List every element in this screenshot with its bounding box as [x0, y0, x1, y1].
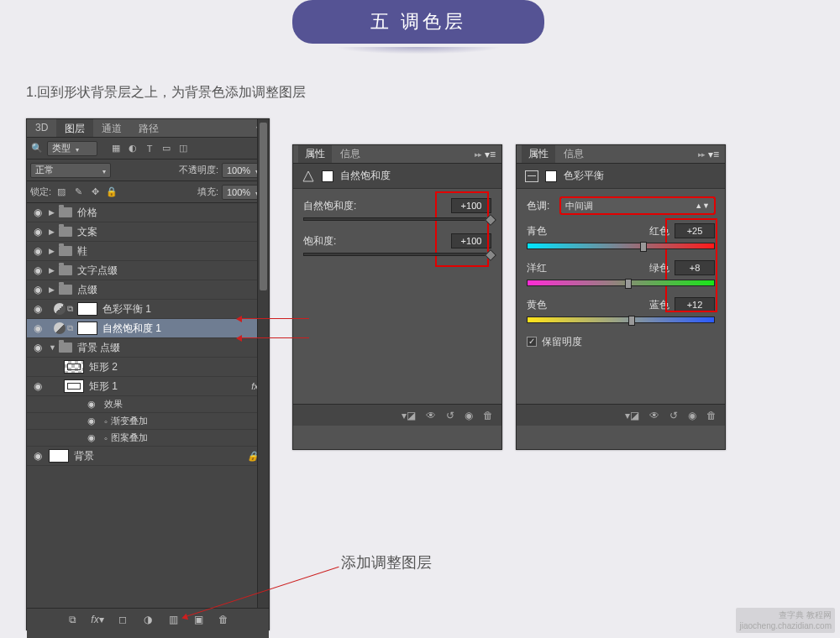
- disclosure-arrow-icon[interactable]: [49, 266, 59, 275]
- visibility-toggle-icon[interactable]: ◉: [27, 226, 49, 238]
- mask-icon[interactable]: [322, 170, 333, 182]
- visibility-toggle-icon[interactable]: ◉: [27, 264, 49, 276]
- disclosure-arrow-icon[interactable]: [49, 247, 59, 255]
- layer-fx-icon[interactable]: fx▾: [90, 614, 105, 625]
- layer-effects-header[interactable]: ◉效果: [27, 396, 269, 413]
- layer-row[interactable]: ◉文字点缀: [27, 261, 269, 280]
- layer-row[interactable]: ◉鞋: [27, 242, 269, 261]
- layer-effect-item[interactable]: ◉◦图案叠加: [27, 430, 269, 447]
- annotation-text: 添加调整图层: [341, 552, 432, 573]
- link-layers-icon[interactable]: ⧉: [65, 614, 80, 625]
- tab-properties[interactable]: 属性: [522, 145, 555, 163]
- filter-smart-icon[interactable]: ◫: [176, 142, 190, 155]
- tone-label: 色调:: [527, 199, 560, 213]
- layer-row[interactable]: ◉背景🔒: [27, 447, 269, 466]
- delete-adjust-icon[interactable]: 🗑: [483, 410, 493, 421]
- layer-row[interactable]: ◉矩形 1fx: [27, 377, 269, 396]
- slider-left-label: 洋红: [527, 261, 547, 275]
- props-title-row: 色彩平衡: [517, 164, 725, 189]
- visibility-toggle-icon[interactable]: ◉: [27, 284, 49, 295]
- filter-kind-dropdown[interactable]: 类型: [47, 141, 97, 156]
- lock-position-icon[interactable]: ✥: [88, 186, 102, 199]
- reset-icon[interactable]: ↺: [446, 410, 454, 421]
- opacity-label: 不透明度:: [179, 164, 218, 176]
- tab-layers[interactable]: 图层: [56, 119, 93, 137]
- lock-all-icon[interactable]: 🔒: [105, 186, 118, 199]
- clip-to-layer-icon[interactable]: ▾◪: [625, 410, 639, 421]
- visibility-toggle-icon[interactable]: ◉: [27, 207, 49, 218]
- view-previous-icon[interactable]: 👁: [426, 410, 436, 421]
- delete-adjust-icon[interactable]: 🗑: [706, 410, 717, 421]
- new-adjustment-icon[interactable]: ◑: [140, 614, 155, 625]
- visibility-toggle-icon[interactable]: ◉: [27, 380, 49, 392]
- properties-panel-colorbalance: 属性 信息 ▸▸ ▾≡ 色彩平衡 色调: 中间调 ▲▼ 青色红色+25洋红绿色+…: [516, 144, 726, 450]
- toggle-visibility-icon[interactable]: ◉: [465, 410, 473, 421]
- panel-menu-icon[interactable]: ▾≡: [485, 149, 496, 160]
- tab-3d[interactable]: 3D: [27, 119, 56, 137]
- layer-row[interactable]: ◉文案: [27, 222, 269, 242]
- mask-icon[interactable]: [545, 170, 557, 182]
- clip-to-layer-icon[interactable]: ▾◪: [402, 410, 416, 421]
- tone-dropdown[interactable]: 中间调 ▲▼: [560, 197, 715, 214]
- filter-type-icon[interactable]: T: [143, 142, 156, 155]
- new-layer-icon[interactable]: ▣: [191, 614, 206, 625]
- color-slider[interactable]: [527, 316, 715, 323]
- disclosure-arrow-icon[interactable]: [49, 285, 59, 294]
- visibility-toggle-icon[interactable]: ◉: [27, 322, 49, 334]
- filter-shape-icon[interactable]: ▭: [160, 142, 173, 155]
- delete-layer-icon[interactable]: 🗑: [216, 614, 231, 625]
- layer-thumbnail[interactable]: [64, 360, 84, 374]
- scrollbar-thumb[interactable]: [260, 123, 267, 290]
- tab-paths[interactable]: 路径: [130, 119, 167, 137]
- color-slider[interactable]: [527, 280, 715, 286]
- layer-effect-item[interactable]: ◉◦渐变叠加: [27, 413, 269, 430]
- saturation-label: 饱和度:: [303, 234, 451, 248]
- panel-menu-icon[interactable]: ▾≡: [708, 149, 720, 160]
- color-slider[interactable]: [527, 243, 715, 249]
- filter-adjust-icon[interactable]: ◐: [126, 142, 139, 155]
- search-icon[interactable]: 🔍: [30, 142, 44, 155]
- props-body: 色调: 中间调 ▲▼ 青色红色+25洋红绿色+8黄色蓝色+12 ✓ 保留明度 ▾…: [517, 189, 725, 426]
- tab-channels[interactable]: 通道: [93, 119, 130, 137]
- layer-thumbnail[interactable]: [49, 449, 69, 463]
- pointer-arrow: [238, 337, 309, 338]
- lock-pixels-icon[interactable]: ✎: [71, 186, 85, 199]
- tone-value: 中间调: [565, 200, 593, 212]
- mask-thumbnail[interactable]: [77, 322, 97, 335]
- props-footer: ▾◪ 👁 ↺ ◉ 🗑: [293, 404, 501, 426]
- toggle-visibility-icon[interactable]: ◉: [688, 410, 696, 421]
- layer-thumbnail[interactable]: [64, 379, 84, 393]
- layer-row[interactable]: ◉点缀: [27, 280, 269, 300]
- preserve-luminosity-label: 保留明度: [542, 335, 582, 349]
- layer-row[interactable]: 矩形 2: [27, 358, 269, 377]
- collapse-arrows-icon[interactable]: ▸▸: [698, 150, 708, 159]
- tab-info[interactable]: 信息: [557, 145, 591, 163]
- tab-properties[interactable]: 属性: [298, 145, 332, 163]
- vibrance-slider[interactable]: [303, 217, 491, 221]
- visibility-toggle-icon[interactable]: ◉: [27, 342, 49, 353]
- tab-info[interactable]: 信息: [333, 145, 367, 163]
- layers-scrollbar[interactable]: [257, 119, 269, 608]
- props-title: 色彩平衡: [564, 169, 604, 183]
- disclosure-arrow-icon[interactable]: [49, 343, 59, 352]
- layer-name: 背景: [74, 449, 94, 463]
- visibility-toggle-icon[interactable]: ◉: [27, 450, 49, 462]
- visibility-toggle-icon[interactable]: ◉: [27, 303, 49, 315]
- layer-row[interactable]: ◉价格: [27, 203, 269, 222]
- blend-mode-value: 正常: [35, 164, 54, 176]
- layers-tabbar: 3D 图层 通道 路径 ▾≡: [27, 119, 269, 138]
- lock-transparent-icon[interactable]: ▨: [55, 186, 68, 199]
- saturation-slider[interactable]: [303, 253, 491, 256]
- link-icon: ⧉: [67, 304, 76, 314]
- mask-thumbnail[interactable]: [77, 302, 97, 316]
- preserve-luminosity-checkbox[interactable]: ✓: [527, 337, 537, 347]
- collapse-arrows-icon[interactable]: ▸▸: [475, 150, 485, 159]
- view-previous-icon[interactable]: 👁: [649, 410, 659, 421]
- filter-pixel-icon[interactable]: ▦: [109, 142, 123, 155]
- disclosure-arrow-icon[interactable]: [49, 227, 59, 236]
- reset-icon[interactable]: ↺: [669, 410, 678, 421]
- blend-mode-dropdown[interactable]: 正常: [30, 163, 111, 178]
- visibility-toggle-icon[interactable]: ◉: [27, 245, 49, 257]
- disclosure-arrow-icon[interactable]: [49, 208, 59, 217]
- add-mask-icon[interactable]: ◻: [115, 614, 130, 625]
